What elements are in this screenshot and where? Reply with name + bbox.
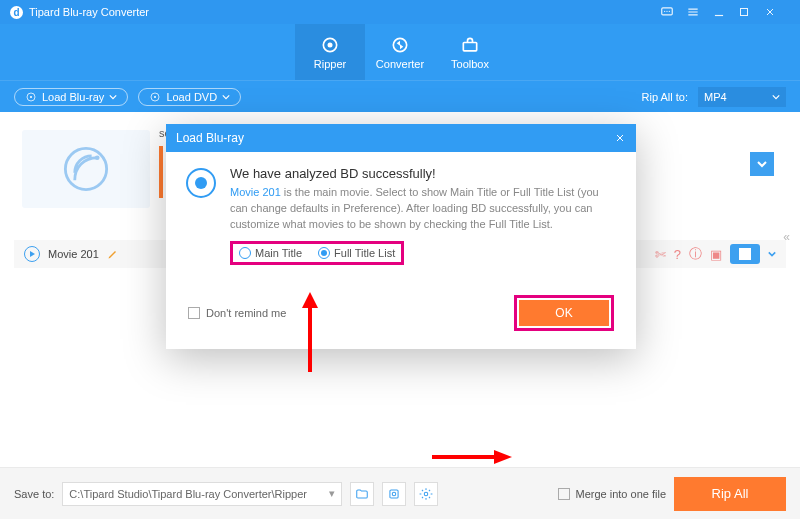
title-bar: d Tipard Blu-ray Converter	[0, 0, 800, 24]
open-folder-button[interactable]	[350, 482, 374, 506]
dialog-header: Load Blu-ray	[166, 124, 636, 152]
dont-remind-label: Don't remind me	[206, 307, 286, 319]
main-title-label: Main Title	[255, 247, 302, 259]
svg-rect-8	[463, 42, 476, 50]
svg-point-6	[328, 42, 333, 47]
merge-label: Merge into one file	[576, 488, 667, 500]
load-bluray-dialog: Load Blu-ray We have analyzed BD success…	[166, 124, 636, 349]
disc-icon	[149, 91, 161, 103]
save-path-value: C:\Tipard Studio\Tipard Blu-ray Converte…	[69, 488, 329, 500]
svg-point-2	[666, 11, 667, 12]
folder-icon	[355, 487, 369, 501]
main-area: scenery « Movie 201 ✄ ? ⓘ ▣ Load Blu-ray	[0, 112, 800, 467]
app-logo: d	[10, 6, 23, 19]
dialog-movie-name: Movie 201	[230, 186, 281, 198]
maximize-button[interactable]	[738, 6, 764, 18]
app-title: Tipard Blu-ray Converter	[29, 6, 660, 18]
svg-point-16	[393, 492, 397, 496]
nav-converter[interactable]: Converter	[365, 24, 435, 80]
nav-label: Converter	[376, 58, 424, 70]
settings-shortcut-button[interactable]	[382, 482, 406, 506]
annotation-arrow-right	[432, 448, 512, 466]
preferences-button[interactable]	[414, 482, 438, 506]
dialog-heading: We have analyzed BD successfully!	[230, 166, 614, 181]
ripper-icon	[320, 35, 340, 55]
dialog-desc-text: is the main movie. Select to show Main T…	[230, 186, 599, 230]
rip-all-format-select[interactable]: MP4	[698, 87, 786, 107]
svg-point-1	[664, 11, 665, 12]
ok-button[interactable]: OK	[519, 300, 609, 326]
chevron-down-icon	[772, 93, 780, 101]
svg-rect-4	[741, 9, 748, 16]
chevron-down-icon	[109, 93, 117, 101]
disc-icon	[25, 91, 37, 103]
modal-overlay: Load Blu-ray We have analyzed BD success…	[0, 112, 800, 467]
svg-point-10	[30, 96, 32, 98]
svg-point-3	[669, 11, 670, 12]
toolbar: Load Blu-ray Load DVD Rip All to: MP4	[0, 80, 800, 112]
dont-remind-checkbox[interactable]: Don't remind me	[188, 307, 286, 319]
main-title-option[interactable]: Main Title	[239, 247, 302, 259]
nav-toolbox[interactable]: Toolbox	[435, 24, 505, 80]
dialog-close-button[interactable]	[614, 132, 626, 144]
gear-icon	[419, 487, 433, 501]
load-bluray-label: Load Blu-ray	[42, 91, 104, 103]
svg-rect-15	[390, 489, 398, 497]
save-path-field[interactable]: C:\Tipard Studio\Tipard Blu-ray Converte…	[62, 482, 342, 506]
chip-icon	[387, 487, 401, 501]
chevron-down-icon	[222, 93, 230, 101]
minimize-button[interactable]	[712, 5, 738, 19]
toolbox-icon	[460, 35, 480, 55]
converter-icon	[390, 35, 410, 55]
load-bluray-button[interactable]: Load Blu-ray	[14, 88, 128, 106]
title-mode-options: Main Title Full Title List	[230, 241, 404, 265]
svg-point-17	[425, 492, 429, 496]
radio-icon	[239, 247, 251, 259]
nav-label: Ripper	[314, 58, 346, 70]
success-indicator-icon	[186, 168, 216, 198]
bottom-bar: Save to: C:\Tipard Studio\Tipard Blu-ray…	[0, 467, 800, 519]
load-dvd-label: Load DVD	[166, 91, 217, 103]
close-icon	[614, 132, 626, 144]
dialog-title: Load Blu-ray	[176, 131, 244, 145]
svg-point-12	[154, 96, 156, 98]
menu-icon[interactable]	[686, 5, 712, 19]
nav-label: Toolbox	[451, 58, 489, 70]
rip-all-format-value: MP4	[704, 91, 727, 103]
dialog-description: Movie 201 is the main movie. Select to s…	[230, 185, 614, 233]
load-dvd-button[interactable]: Load DVD	[138, 88, 241, 106]
rip-all-to-label: Rip All to:	[642, 91, 688, 103]
save-to-label: Save to:	[14, 488, 54, 500]
nav-ripper[interactable]: Ripper	[295, 24, 365, 80]
full-title-label: Full Title List	[334, 247, 395, 259]
main-nav: Ripper Converter Toolbox	[0, 24, 800, 80]
full-title-list-option[interactable]: Full Title List	[318, 247, 395, 259]
ok-highlight: OK	[514, 295, 614, 331]
close-button[interactable]	[764, 6, 790, 18]
feedback-icon[interactable]	[660, 5, 686, 19]
checkbox-icon	[188, 307, 200, 319]
chevron-down-icon: ▾	[329, 487, 335, 500]
checkbox-icon	[558, 488, 570, 500]
merge-checkbox[interactable]: Merge into one file	[558, 488, 667, 500]
rip-all-button[interactable]: Rip All	[674, 477, 786, 511]
radio-icon	[318, 247, 330, 259]
